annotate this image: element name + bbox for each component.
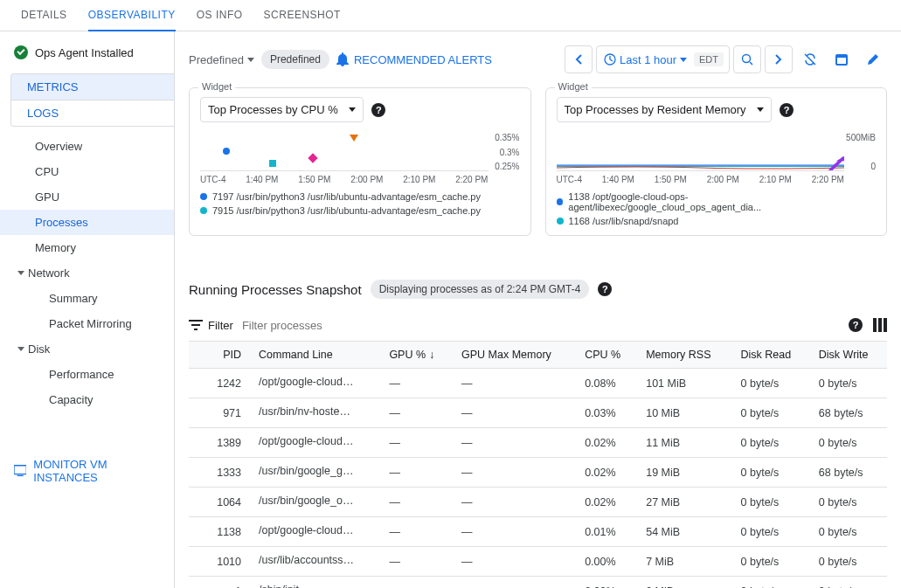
sidebar-item-cpu[interactable]: CPU — [0, 159, 174, 184]
sidebar-item-packet-mirroring[interactable]: Packet Mirroring — [0, 311, 174, 336]
sort-desc-icon: ↓ — [429, 349, 434, 361]
sidebar: Ops Agent Installed METRICS LOGS Overvie… — [0, 31, 175, 588]
cell-pid: 1138 — [189, 517, 250, 547]
sidebar-network-label: Network — [28, 266, 70, 280]
sidebar-item-capacity[interactable]: Capacity — [0, 387, 174, 412]
cell-cmd: /sbin/init — [250, 577, 380, 589]
col-gpu[interactable]: GPU %↓ — [380, 342, 453, 369]
processes-snapshot: Running Processes Snapshot Displaying pr… — [189, 280, 887, 588]
help-icon[interactable]: ? — [371, 103, 385, 117]
filter-button[interactable]: Filter — [189, 319, 233, 332]
y-tick: 0 — [870, 162, 876, 171]
data-point — [269, 160, 276, 167]
cell-dread: 0 byte/s — [732, 398, 810, 428]
widget-label: Widget — [198, 81, 235, 92]
help-icon[interactable]: ? — [849, 318, 863, 332]
sidebar-item-disk[interactable]: Disk — [0, 336, 174, 362]
widget-selector[interactable]: Top Processes by CPU % — [200, 97, 364, 122]
table-row[interactable]: 1389 /opt/google-cloud-o... — — 0.02% 11… — [189, 428, 887, 458]
calendar-button[interactable] — [828, 45, 856, 73]
legend-item[interactable]: 1138 /opt/google-cloud-ops-agent/libexec… — [557, 190, 877, 214]
col-cmd[interactable]: Command Line — [250, 342, 380, 369]
table-row[interactable]: 971 /usr/bin/nv-hosteng... — — 0.03% 10 … — [189, 398, 887, 428]
cell-dread: 0 byte/s — [732, 428, 810, 458]
table-row[interactable]: 1242 /opt/google-cloud-o... — — 0.08% 10… — [189, 369, 887, 398]
col-pid[interactable]: PID — [189, 342, 250, 369]
tab-os-info[interactable]: OS INFO — [197, 0, 243, 31]
cell-pid: 1064 — [189, 488, 250, 517]
legend-item[interactable]: 1168 /usr/lib/snapd/snapd — [557, 214, 877, 228]
timezone-badge: EDT — [694, 52, 724, 66]
recommended-alerts-button[interactable]: RECOMMENDED ALERTS — [336, 52, 492, 66]
data-point — [223, 148, 230, 155]
cell-gpumax: — — [453, 577, 576, 589]
table-row[interactable]: 1064 /usr/bin/google_osc... — — 0.02% 27… — [189, 488, 887, 517]
predefined-dropdown[interactable]: Predefined — [189, 53, 254, 66]
col-disk-write[interactable]: Disk Write — [810, 342, 887, 369]
edit-button[interactable] — [859, 45, 887, 73]
svg-rect-14 — [878, 318, 882, 332]
cell-gpumax: — — [453, 488, 576, 517]
cell-rss: 7 MiB — [637, 547, 731, 577]
sidebar-item-summary[interactable]: Summary — [0, 286, 174, 311]
col-cpu[interactable]: CPU % — [576, 342, 637, 369]
table-row[interactable]: 1010 /usr/lib/accountsse... — — 0.00% 7 … — [189, 547, 887, 577]
cell-rss: 19 MiB — [637, 458, 731, 488]
sidebar-tab-logs[interactable]: LOGS — [10, 100, 174, 127]
sidebar-item-network[interactable]: Network — [0, 260, 174, 286]
legend-item[interactable]: 7197 /usr/bin/python3 /usr/lib/ubuntu-ad… — [200, 190, 520, 204]
sidebar-item-performance[interactable]: Performance — [0, 362, 174, 387]
cell-dwrite: 0 byte/s — [810, 488, 887, 517]
cell-dwrite: 68 byte/s — [810, 458, 887, 488]
cell-cmd: /opt/google-cloud-o... — [250, 517, 380, 547]
main-content: Predefined Predefined RECOMMENDED ALERTS… — [175, 31, 901, 588]
col-rss[interactable]: Memory RSS — [637, 342, 731, 369]
columns-icon[interactable] — [873, 318, 887, 332]
processes-table: PID Command Line GPU %↓ GPU Max Memory C… — [189, 341, 887, 588]
widget-label: Widget — [555, 81, 592, 92]
auto-refresh-button[interactable] — [796, 45, 824, 73]
cell-pid: 971 — [189, 398, 250, 428]
sidebar-tab-metrics[interactable]: METRICS — [10, 73, 174, 100]
table-row[interactable]: 1138 /opt/google-cloud-o... — — 0.01% 54… — [189, 517, 887, 547]
legend-item[interactable]: 7915 /usr/bin/python3 /usr/lib/ubuntu-ad… — [200, 204, 520, 218]
tab-observability[interactable]: OBSERVABILITY — [88, 0, 176, 31]
refresh-off-icon — [802, 52, 818, 67]
cell-gpumax: — — [453, 369, 576, 398]
cell-gpu: — — [380, 488, 453, 517]
cell-cmd: /usr/bin/google_osc... — [250, 488, 380, 517]
sidebar-item-gpu[interactable]: GPU — [0, 184, 174, 210]
cell-cpu: 0.00% — [576, 547, 637, 577]
sidebar-item-processes[interactable]: Processes — [0, 210, 174, 235]
table-row[interactable]: 1 /sbin/init — — 0.00% 9 MiB 0 byte/s 0 … — [189, 577, 887, 589]
cell-gpu: — — [380, 577, 453, 589]
monitor-vm-instances-link[interactable]: MONITOR VM INSTANCES — [0, 447, 174, 495]
predefined-chip[interactable]: Predefined — [261, 50, 329, 69]
table-row[interactable]: 1333 /usr/bin/google_gu... — — 0.02% 19 … — [189, 458, 887, 488]
tab-screenshot[interactable]: SCREENSHOT — [264, 0, 341, 31]
cell-cmd: /opt/google-cloud-o... — [250, 369, 380, 398]
time-prev-button[interactable] — [565, 45, 593, 73]
cell-pid: 1242 — [189, 369, 250, 398]
time-range-selector[interactable]: Last 1 hour EDT — [596, 45, 730, 73]
chevron-down-icon — [17, 271, 24, 275]
help-icon[interactable]: ? — [598, 282, 612, 296]
cell-cpu: 0.02% — [576, 458, 637, 488]
sidebar-item-overview[interactable]: Overview — [0, 134, 174, 159]
cell-rss: 101 MiB — [637, 369, 731, 398]
tab-details[interactable]: DETAILS — [21, 0, 67, 31]
cell-pid: 1333 — [189, 458, 250, 488]
svg-rect-0 — [14, 466, 26, 474]
cell-rss: 9 MiB — [637, 577, 731, 589]
search-button[interactable] — [733, 45, 761, 73]
col-gpu-max[interactable]: GPU Max Memory — [453, 342, 576, 369]
col-disk-read[interactable]: Disk Read — [732, 342, 810, 369]
chart-cpu: 0.35% 0.3% 0.25% — [200, 133, 520, 171]
sidebar-item-memory[interactable]: Memory — [0, 235, 174, 260]
filter-input[interactable] — [242, 319, 840, 332]
widget-selector[interactable]: Top Processes by Resident Memory — [557, 97, 772, 122]
help-icon[interactable]: ? — [780, 103, 794, 117]
time-next-button[interactable] — [765, 45, 793, 73]
chevron-down-icon — [17, 347, 24, 351]
cell-rss: 27 MiB — [637, 488, 731, 517]
